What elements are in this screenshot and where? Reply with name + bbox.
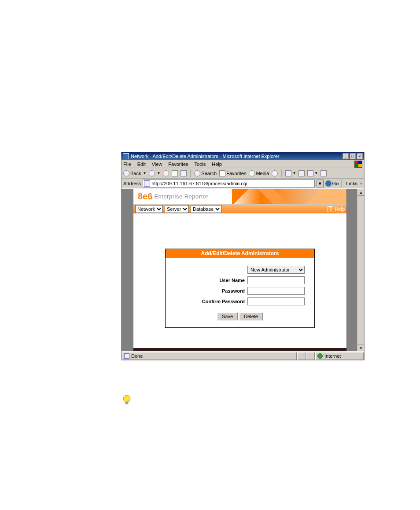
- minimize-button[interactable]: _: [343, 153, 349, 159]
- back-icon: [123, 170, 129, 176]
- history-button[interactable]: [272, 170, 278, 176]
- search-button[interactable]: Search: [194, 170, 217, 176]
- scroll-up-button[interactable]: ▲: [357, 189, 364, 196]
- favorites-button[interactable]: Favorites: [219, 170, 246, 176]
- footer-strip: [133, 348, 346, 351]
- title-bar: Network - Add/Edit/Delete Administrators…: [122, 152, 364, 160]
- address-bar: Address http://209.11.161.67:8118/proces…: [122, 179, 364, 188]
- refresh-button[interactable]: [172, 170, 178, 176]
- username-input[interactable]: [247, 276, 305, 284]
- address-input[interactable]: http://209.11.161.67:8118/process/admin.…: [143, 180, 314, 187]
- stop-button[interactable]: [163, 170, 169, 176]
- status-cell-2: [306, 352, 315, 360]
- back-button[interactable]: Back▼: [123, 170, 146, 176]
- links-label[interactable]: Links: [346, 181, 357, 186]
- mail-button[interactable]: ▼: [285, 170, 296, 176]
- toolbar: Back▼ ▼ Search Favorites Media ▼ ▼: [122, 168, 364, 179]
- zone-text: Internet: [324, 353, 341, 359]
- refresh-icon: [172, 170, 178, 176]
- favorites-icon: [219, 170, 225, 176]
- windows-logo-icon: [354, 161, 362, 168]
- password-label: Password: [175, 288, 247, 294]
- help-link[interactable]: Help: [335, 206, 345, 212]
- window-title: Network - Add/Edit/Delete Administrators…: [131, 154, 343, 159]
- done-icon: [124, 353, 129, 359]
- page-icon: [144, 180, 150, 187]
- menu-file[interactable]: File: [123, 161, 131, 167]
- status-text: Done: [131, 353, 143, 359]
- svg-point-0: [123, 395, 130, 402]
- delete-button[interactable]: Delete: [239, 312, 263, 320]
- menu-bar: File Edit View Favorites Tools Help: [122, 160, 364, 168]
- history-icon: [272, 170, 278, 176]
- server-dropdown[interactable]: Server: [165, 205, 189, 213]
- brand-product: Enterprise Reporter: [154, 193, 208, 200]
- go-button[interactable]: Go: [325, 180, 339, 187]
- discuss-button[interactable]: [321, 170, 327, 176]
- app-menubar: Network Server Database ? Help: [133, 205, 346, 213]
- help-icon[interactable]: ?: [328, 206, 333, 212]
- save-button[interactable]: Save: [217, 312, 238, 320]
- scroll-down-button[interactable]: ▼: [357, 345, 364, 351]
- menu-favorites[interactable]: Favorites: [168, 161, 188, 167]
- brand-banner: 8e6 Enterprise Reporter: [133, 189, 346, 205]
- home-icon: [181, 170, 187, 176]
- banner-graphic: [232, 189, 346, 205]
- print-icon: [298, 170, 305, 176]
- status-bar: Done Internet: [122, 351, 364, 360]
- print-button[interactable]: [298, 170, 305, 176]
- lightbulb-icon: [121, 394, 133, 406]
- home-button[interactable]: [181, 170, 187, 176]
- close-button[interactable]: ×: [357, 153, 363, 159]
- search-icon: [194, 170, 200, 176]
- media-button[interactable]: Media: [249, 170, 269, 176]
- edit-button[interactable]: ▼: [307, 170, 318, 176]
- maximize-button[interactable]: □: [350, 153, 356, 159]
- status-cell-1: [297, 352, 306, 360]
- menu-help[interactable]: Help: [212, 161, 222, 167]
- address-label: Address: [123, 181, 141, 186]
- address-dropdown[interactable]: ▼: [317, 180, 324, 187]
- forward-button[interactable]: ▼: [149, 170, 160, 176]
- menu-edit[interactable]: Edit: [137, 161, 146, 167]
- page-content: 8e6 Enterprise Reporter Network Server D…: [133, 189, 347, 351]
- edit-icon: [307, 170, 313, 176]
- ie-icon: [123, 153, 129, 159]
- forward-icon: [149, 170, 155, 176]
- brand-logo: 8e6: [138, 191, 152, 202]
- admin-panel: Add/Edit/Delete Administrators New Admin…: [165, 249, 315, 328]
- internet-zone-icon: [317, 353, 323, 359]
- mail-icon: [285, 170, 291, 176]
- stop-icon: [163, 170, 169, 176]
- admin-select[interactable]: New Administrator: [247, 266, 305, 274]
- menu-view[interactable]: View: [152, 161, 162, 167]
- panel-title: Add/Edit/Delete Administrators: [166, 249, 314, 258]
- go-icon: [325, 180, 332, 187]
- browser-window: Network - Add/Edit/Delete Administrators…: [121, 152, 365, 360]
- discuss-icon: [321, 170, 327, 176]
- confirm-password-input[interactable]: [247, 297, 305, 305]
- username-label: User Name: [175, 278, 247, 283]
- scroll-thumb[interactable]: [357, 196, 364, 345]
- confirm-password-label: Confirm Password: [175, 299, 247, 304]
- address-url: http://209.11.161.67:8118/process/admin.…: [151, 181, 247, 186]
- vertical-scrollbar[interactable]: ▲ ▼: [357, 189, 364, 351]
- content-area: 8e6 Enterprise Reporter Network Server D…: [122, 188, 364, 351]
- menu-tools[interactable]: Tools: [195, 161, 206, 167]
- password-input[interactable]: [247, 287, 305, 295]
- media-icon: [249, 170, 255, 176]
- network-dropdown[interactable]: Network: [135, 205, 163, 213]
- database-dropdown[interactable]: Database: [191, 205, 221, 213]
